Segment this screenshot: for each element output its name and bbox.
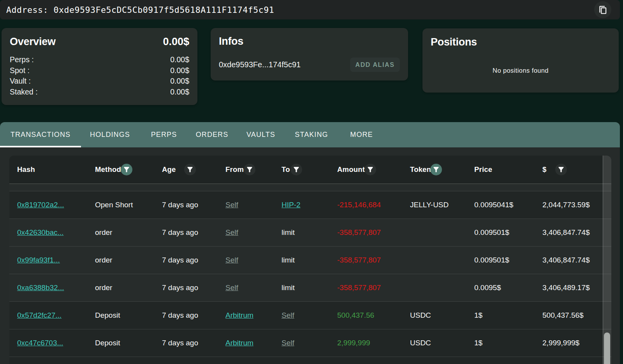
cell-age: 7 days ago — [158, 191, 221, 219]
cell-to: limit — [277, 274, 333, 301]
cell-hash: 0x99fa93f1... — [9, 247, 91, 274]
usd-text: 2,044,773.59$ — [542, 201, 590, 209]
age-text: 7 days ago — [162, 256, 198, 264]
tab-label: TRANSACTIONS — [11, 131, 70, 139]
table-row-partial-bottom — [9, 357, 611, 364]
tab-more[interactable]: MORE — [336, 122, 387, 147]
cell-price: 0.009501$ — [470, 247, 538, 274]
cell-usd: 3,406,847.74$ — [538, 219, 603, 246]
hash-link[interactable]: 0x99fa93f1... — [17, 256, 60, 264]
cell-token: USDC — [406, 302, 470, 329]
price-text: 1$ — [474, 339, 482, 347]
price-text: 0.0095$ — [474, 284, 501, 292]
copy-address-button[interactable] — [594, 1, 611, 18]
infos-card-row: 0xde9593Fe...174f5c91 ADD ALIAS — [219, 58, 400, 72]
cell-method: order — [91, 274, 158, 301]
cell-age: 7 days ago — [158, 329, 221, 357]
to-link[interactable]: Self — [282, 311, 294, 320]
infos-address-short: 0xde9593Fe...174f5c91 — [219, 60, 301, 69]
filter-icon-usd[interactable] — [555, 164, 567, 175]
to-link[interactable]: HIP-2 — [282, 201, 301, 209]
amount-text: 500,437.56 — [337, 311, 374, 320]
column-header-token[interactable]: Token — [406, 156, 470, 184]
positions-card: Positions No positions found — [422, 28, 619, 93]
cell-price: 0.0095$ — [470, 274, 538, 301]
from-link[interactable]: Arbitrum — [225, 339, 253, 347]
age-text: 7 days ago — [162, 311, 198, 320]
overview-card: Overview 0.00$ Perps :0.00$Spot :0.00$Va… — [2, 28, 197, 105]
cell-amount: -358,577,807 — [333, 219, 406, 246]
price-text: 1$ — [474, 311, 482, 320]
hash-link[interactable]: 0xc47c6703... — [17, 339, 63, 347]
to-text: limit — [282, 284, 295, 292]
hash-link[interactable]: 0x819702a2... — [17, 201, 64, 209]
column-header-method[interactable]: Method — [91, 156, 158, 184]
positions-empty-text: No positions found — [431, 67, 611, 74]
usd-text: 3,406,847.74$ — [542, 256, 590, 264]
method-text: order — [95, 284, 112, 292]
column-header-price[interactable]: Price — [470, 156, 538, 184]
from-link[interactable]: Self — [225, 228, 238, 237]
add-alias-button[interactable]: ADD ALIAS — [350, 58, 400, 72]
column-header-hash[interactable]: Hash — [9, 156, 91, 184]
age-text: 7 days ago — [162, 284, 198, 292]
filter-icon-method[interactable] — [121, 164, 132, 175]
tab-holdings[interactable]: HOLDINGS — [81, 122, 139, 147]
overview-breakdown: Perps :0.00$Spot :0.00$Vault :0.00$Stake… — [10, 54, 189, 97]
column-header-amount[interactable]: Amount — [333, 156, 406, 184]
amount-text: 2,999,999 — [337, 339, 370, 347]
from-link[interactable]: Self — [225, 256, 238, 264]
cell-price: 1$ — [470, 302, 538, 329]
cell-age: 7 days ago — [158, 274, 221, 301]
token-text: USDC — [410, 311, 431, 320]
hash-link[interactable]: 0x42630bac... — [17, 228, 63, 237]
tab-vaults[interactable]: VAULTS — [235, 122, 287, 147]
tab-label: MORE — [350, 131, 373, 139]
filter-icon-token[interactable] — [430, 164, 442, 175]
column-header-to[interactable]: To — [277, 156, 333, 184]
table-row: 0x819702a2...Open Short7 days agoSelfHIP… — [9, 191, 611, 219]
filter-icon-to[interactable] — [290, 164, 302, 175]
content-section: TRANSACTIONSHOLDINGSPERPSORDERSVAULTSSTA… — [0, 122, 620, 364]
column-header-usd[interactable]: $ — [538, 156, 603, 184]
tab-label: HOLDINGS — [90, 131, 130, 139]
tab-transactions[interactable]: TRANSACTIONS — [0, 122, 81, 147]
from-link[interactable]: Self — [225, 201, 238, 209]
age-text: 7 days ago — [162, 201, 198, 209]
cell-from: Arbitrum — [221, 302, 277, 329]
page: Address: 0xde9593Fe5cDC5Cb0917f5d5618A11… — [0, 0, 623, 364]
cell-method: order — [91, 247, 158, 274]
token-text: JELLY-USD — [410, 201, 449, 209]
cell-hash: 0x57d2fc27... — [9, 302, 91, 329]
from-link[interactable]: Self — [225, 284, 238, 292]
table-scrollbar-thumb[interactable] — [604, 332, 610, 364]
column-header-from[interactable]: From — [221, 156, 277, 184]
tab-label: PERPS — [151, 131, 177, 139]
to-text: limit — [282, 228, 295, 237]
cell-amount: 2,999,999 — [333, 329, 406, 357]
hash-link[interactable]: 0xa6388b32... — [17, 284, 64, 292]
method-text: order — [95, 256, 112, 264]
cell-hash: 0x819702a2... — [9, 191, 91, 219]
overview-title: Overview — [10, 36, 56, 48]
to-link[interactable]: Self — [282, 339, 294, 347]
column-header-age[interactable]: Age — [158, 156, 221, 184]
copy-icon — [598, 5, 608, 15]
filter-icon-age[interactable] — [184, 164, 196, 175]
from-link[interactable]: Arbitrum — [225, 311, 253, 320]
row-scrollbar-filler — [603, 191, 611, 219]
tab-perps[interactable]: PERPS — [139, 122, 189, 147]
filter-icon-amount[interactable] — [364, 164, 376, 175]
overview-row-label: Spot : — [10, 65, 30, 76]
filter-icon-from[interactable] — [244, 164, 255, 175]
tab-staking[interactable]: STAKING — [287, 122, 336, 147]
tab-bar: TRANSACTIONSHOLDINGSPERPSORDERSVAULTSSTA… — [0, 122, 620, 147]
cell-method: Open Short — [91, 191, 158, 219]
tab-label: STAKING — [295, 131, 328, 139]
table-body: 0x819702a2...Open Short7 days agoSelfHIP… — [9, 184, 611, 364]
cell-method: order — [91, 219, 158, 246]
tab-orders[interactable]: ORDERS — [189, 122, 235, 147]
overview-row: Staked :0.00$ — [10, 87, 189, 98]
column-header-label: Age — [162, 165, 176, 174]
hash-link[interactable]: 0x57d2fc27... — [17, 311, 62, 320]
